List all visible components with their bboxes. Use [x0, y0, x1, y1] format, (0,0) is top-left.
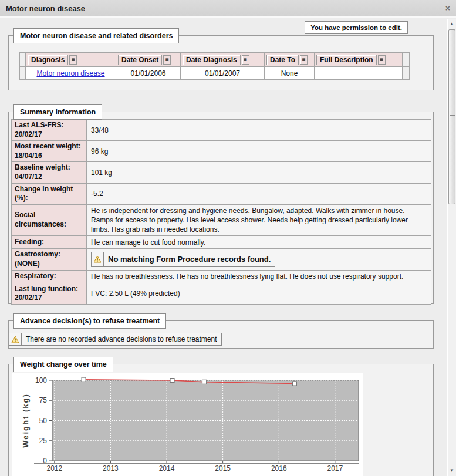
- row-label: Last ALS-FRS: 20/02/17: [12, 120, 87, 141]
- edge-cell: [20, 53, 26, 67]
- advance-decisions-legend: Advance decision(s) to refuse treatment: [13, 313, 166, 329]
- row-value: 96 kg: [87, 141, 431, 162]
- scroll-down-icon[interactable]: ▼: [448, 467, 456, 475]
- filter-menu-icon[interactable]: ≡: [242, 55, 249, 65]
- weight-line-chart: 0255075100201220132014201520162017Weight…: [12, 373, 363, 476]
- edge-cell: [20, 67, 26, 80]
- weight-chart-legend: Weight change over time: [13, 357, 113, 372]
- row-value: He has no breathlessness. He has no brea…: [87, 270, 431, 283]
- diagnosis-link[interactable]: Motor neuron disease: [36, 69, 104, 77]
- summary-row-lung-function: Last lung function: 20/02/17 FVC: 2.50 L…: [12, 283, 431, 304]
- filter-menu-icon[interactable]: ≡: [163, 55, 171, 65]
- column-header-date-onset: Date Onset≡: [116, 53, 181, 67]
- label-text: Feeding:: [15, 238, 44, 246]
- vertical-scrollbar[interactable]: ▲ ▼: [447, 19, 456, 476]
- date-onset-cell: 01/01/2006: [116, 67, 181, 80]
- filter-menu-icon[interactable]: ≡: [378, 55, 386, 65]
- summary-row-gastrostomy: Gastrostomy: (NONE) No matching Form Pro…: [12, 249, 431, 270]
- svg-text:Weight (kg): Weight (kg): [21, 393, 30, 448]
- row-value: He is independent for dressing and hygie…: [87, 204, 431, 236]
- warning-text: No matching Form Procedure records found…: [104, 252, 275, 266]
- svg-text:100: 100: [35, 376, 47, 384]
- sort-date-diagnosis-button[interactable]: Date Diagnosis: [183, 55, 241, 65]
- row-label: Baseline weight: 04/07/12: [12, 162, 87, 183]
- date-to-cell: None: [265, 67, 315, 80]
- label-text: Social circumstances:: [15, 211, 66, 228]
- summary-row-social: Social circumstances: He is independent …: [12, 204, 431, 236]
- row-label: Social circumstances:: [12, 204, 87, 236]
- svg-text:2015: 2015: [215, 464, 231, 472]
- scroll-up-icon[interactable]: ▲: [448, 20, 456, 28]
- diagnosis-cell: Motor neuron disease: [26, 67, 116, 80]
- row-value: 33/48: [87, 120, 431, 141]
- row-label: Gastrostomy: (NONE): [12, 249, 87, 270]
- summary-row-weight-change: Change in weight (%): -5.2: [12, 183, 431, 204]
- page-title: Motor neuron disease: [6, 4, 85, 13]
- svg-text:2017: 2017: [327, 464, 343, 472]
- scrollbar-thumb[interactable]: [448, 29, 455, 204]
- weight-chart-fieldset: Weight change over time 0255075100201220…: [8, 364, 434, 476]
- edge-cell: [403, 53, 410, 67]
- summary-table: Last ALS-FRS: 20/02/17 33/48 Most recent…: [11, 119, 431, 305]
- label-text: Last ALS-FRS:: [15, 121, 64, 129]
- label-date: 20/02/17: [15, 293, 42, 302]
- svg-text:2013: 2013: [103, 464, 119, 472]
- sort-diagnosis-button[interactable]: Diagnosis: [28, 55, 68, 65]
- row-value: FVC: 2.50 L (49% predicted): [87, 283, 431, 304]
- svg-text:50: 50: [39, 417, 48, 425]
- label-text: Gastrostomy:: [15, 250, 60, 258]
- summary-fieldset: Summary information Last ALS-FRS: 20/02/…: [8, 112, 434, 304]
- row-label: Last lung function: 20/02/17: [12, 283, 87, 304]
- row-label: Respiratory:: [12, 270, 87, 283]
- weight-chart: 0255075100201220132014201520162017Weight…: [12, 373, 363, 476]
- svg-text:25: 25: [39, 437, 48, 445]
- label-date: 20/02/17: [15, 130, 42, 139]
- sort-date-onset-button[interactable]: Date Onset: [118, 55, 162, 65]
- edge-cell: [403, 67, 410, 80]
- disorders-header-row: Diagnosis≡ Date Onset≡ Date Diagnosis≡ D…: [20, 53, 410, 67]
- full-description-cell: [315, 67, 403, 80]
- sort-date-to-button[interactable]: Date To: [266, 55, 299, 65]
- disorders-fieldset: Motor neuron disease and related disorde…: [8, 35, 434, 90]
- svg-text:2012: 2012: [46, 464, 62, 472]
- disorders-table: Diagnosis≡ Date Onset≡ Date Diagnosis≡ D…: [19, 52, 410, 80]
- summary-legend: Summary information: [13, 104, 102, 120]
- filter-menu-icon[interactable]: ≡: [300, 55, 308, 65]
- label-text: Most recent weight:: [15, 142, 81, 150]
- motor-neuron-disease-window: { "window": { "title": "Motor neuron dis…: [0, 0, 456, 476]
- table-row: Motor neuron disease 01/01/2006 01/01/20…: [20, 67, 410, 80]
- label-text: Change in weight (%):: [15, 185, 73, 202]
- row-value: -5.2: [87, 183, 431, 204]
- svg-text:75: 75: [39, 396, 48, 404]
- warning-triangle-icon: [92, 252, 104, 266]
- column-header-diagnosis: Diagnosis≡: [26, 53, 116, 67]
- label-date: 04/07/12: [15, 173, 42, 181]
- row-label: Change in weight (%):: [12, 183, 87, 204]
- sort-full-description-button[interactable]: Full Description: [316, 55, 377, 65]
- row-label: Feeding:: [12, 236, 87, 249]
- scrollbar-grip-icon: [450, 115, 455, 119]
- svg-text:2014: 2014: [159, 464, 175, 472]
- summary-row-respiratory: Respiratory: He has no breathlessness. H…: [12, 270, 431, 283]
- filter-menu-icon[interactable]: ≡: [69, 55, 77, 65]
- column-header-date-diagnosis: Date Diagnosis≡: [181, 53, 265, 67]
- warning-triangle-icon: [9, 333, 22, 345]
- label-text: Last lung function:: [15, 285, 78, 293]
- summary-row-recent-weight: Most recent weight: 18/04/16 96 kg: [12, 141, 431, 162]
- disorders-legend: Motor neuron disease and related disorde…: [13, 28, 179, 43]
- warning-box: There are no recorded advance decisions …: [9, 333, 222, 346]
- close-icon[interactable]: ×: [445, 4, 450, 12]
- label-text: Respiratory:: [15, 272, 56, 280]
- summary-row-feeding: Feeding: He can manage to cut food norma…: [12, 236, 431, 249]
- warning-text: There are no recorded advance decisions …: [22, 333, 221, 345]
- warning-box: No matching Form Procedure records found…: [91, 252, 275, 267]
- date-diagnosis-cell: 01/01/2007: [181, 67, 265, 80]
- permission-badge: You have permission to edit.: [305, 21, 408, 34]
- column-header-full-description: Full Description≡: [315, 53, 403, 67]
- advance-decisions-fieldset: Advance decision(s) to refuse treatment …: [8, 320, 434, 349]
- row-label: Most recent weight: 18/04/16: [12, 141, 87, 162]
- label-date: (NONE): [15, 259, 40, 268]
- summary-row-als-frs: Last ALS-FRS: 20/02/17 33/48: [12, 120, 431, 141]
- svg-text:2016: 2016: [271, 464, 287, 472]
- title-bar: Motor neuron disease ×: [0, 0, 456, 18]
